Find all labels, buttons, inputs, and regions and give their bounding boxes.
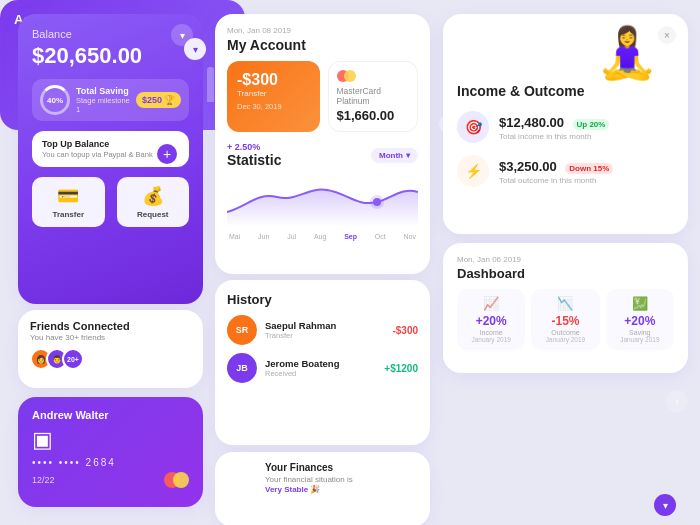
card-number: •••• •••• 2684 bbox=[32, 457, 189, 468]
friends-title: Friends Connected bbox=[30, 320, 191, 332]
friends-card: Friends Connected You have 30+ friends 👩… bbox=[18, 310, 203, 388]
side-payment-card: MasterCard Platinum $1,660.00 bbox=[328, 61, 419, 132]
outcome-icon: ⚡ bbox=[457, 155, 489, 187]
total-saving-subtitle: Stage milestone 1 bbox=[76, 96, 136, 114]
card-expiry: 12/22 bbox=[32, 475, 55, 485]
mastercard-side-logo bbox=[337, 70, 410, 82]
income-item: 🎯 $12,480.00 Up 20% Total income in this… bbox=[457, 111, 674, 143]
transfer-icon: 💳 bbox=[36, 185, 101, 207]
income-amount: $12,480.00 bbox=[499, 115, 564, 130]
outcome-sub: Total outcome in this month bbox=[499, 176, 613, 185]
outcome-stat-pct: -15% bbox=[537, 314, 593, 328]
month-filter-button[interactable]: Month ▾ bbox=[371, 148, 418, 163]
income-stat-date: January 2019 bbox=[463, 336, 519, 343]
dashboard-title: Dashboard bbox=[457, 266, 674, 281]
statistic-chart bbox=[227, 172, 418, 227]
income-sub: Total income in this month bbox=[499, 132, 609, 141]
saving-amount: $250 🏆 bbox=[136, 92, 181, 108]
request-label: Request bbox=[121, 210, 186, 219]
avatar-stack: 👩 👨 20+ bbox=[30, 348, 84, 370]
history-item-1: JB Jerome Boateng Received +$1200 bbox=[227, 353, 418, 383]
account-card: Mon, Jan 08 2019 My Account ▾ -$300 Tran… bbox=[215, 14, 430, 274]
income-icon: 🎯 bbox=[457, 111, 489, 143]
outcome-stat-label: Outcome bbox=[537, 329, 593, 336]
history-type-1: Received bbox=[265, 369, 376, 378]
income-outcome-title: Income & Outcome bbox=[457, 83, 674, 99]
total-saving-title: Total Saving bbox=[76, 86, 136, 96]
stat-percent: + 2.50% bbox=[227, 142, 281, 152]
income-stat-icon: 📈 bbox=[463, 296, 519, 311]
dashboard-saving-stat: 💹 +20% Saving January 2019 bbox=[606, 289, 674, 350]
dashboard-dropdown[interactable]: ▾ bbox=[654, 494, 676, 516]
finances-title: Your Finances bbox=[265, 462, 418, 473]
dashboard-income-stat: 📈 +20% Income January 2019 bbox=[457, 289, 525, 350]
income-badge: Up 20% bbox=[573, 119, 610, 130]
finances-status: Very Stable 🎉 bbox=[265, 485, 418, 494]
balance-label: Balance bbox=[32, 28, 189, 40]
side-card-amount: $1,660.00 bbox=[337, 108, 410, 123]
finances-subtitle: Your financial situation is bbox=[265, 475, 418, 484]
history-amount-1: +$1200 bbox=[384, 363, 418, 374]
account-date: Mon, Jan 08 2019 bbox=[227, 26, 418, 35]
history-card: History SR Saepul Rahman Transfer -$300 … bbox=[215, 280, 430, 445]
outcome-stat-icon: 📉 bbox=[537, 296, 593, 311]
request-action[interactable]: 💰 Request bbox=[117, 177, 190, 227]
svg-point-1 bbox=[370, 195, 384, 209]
dashboard-outcome-stat: 📉 -15% Outcome January 2019 bbox=[531, 289, 599, 350]
transfer-action[interactable]: 💳 Transfer bbox=[32, 177, 105, 227]
history-title: History bbox=[227, 292, 418, 307]
topup-plus-button[interactable]: + bbox=[157, 144, 177, 164]
mastercard-logo bbox=[164, 472, 189, 488]
history-type-0: Transfer bbox=[265, 331, 384, 340]
outcome-stat-date: January 2019 bbox=[537, 336, 593, 343]
history-item-0: SR Saepul Rahman Transfer -$300 bbox=[227, 315, 418, 345]
request-icon: 💰 bbox=[121, 185, 186, 207]
transfer-label: Transfer bbox=[36, 210, 101, 219]
saving-stat-date: January 2019 bbox=[612, 336, 668, 343]
outcome-badge: Down 15% bbox=[565, 163, 613, 174]
chip-icon: ▣ bbox=[32, 427, 189, 453]
income-stat-label: Income bbox=[463, 329, 519, 336]
income-stat-pct: +20% bbox=[463, 314, 519, 328]
saving-circle-icon: 40% bbox=[40, 85, 70, 115]
transfer-date: Dec 30, 2019 bbox=[237, 102, 310, 111]
close-button[interactable]: × bbox=[658, 26, 676, 44]
account-dropdown[interactable]: ▾ bbox=[184, 38, 206, 60]
saving-stat-pct: +20% bbox=[612, 314, 668, 328]
income-outcome-card: × 🧘‍♀️ Income & Outcome 🎯 $12,480.00 Up … bbox=[443, 14, 688, 234]
outcome-item: ⚡ $3,250.00 Down 15% Total outcome in th… bbox=[457, 155, 674, 187]
transfer-label: Transfer bbox=[237, 89, 310, 98]
history-name-0: Saepul Rahman bbox=[265, 320, 384, 331]
stat-title: Statistic bbox=[227, 152, 281, 168]
history-avatar-0: SR bbox=[227, 315, 257, 345]
saving-stat-icon: 💹 bbox=[612, 296, 668, 311]
history-name-1: Jerome Boateng bbox=[265, 358, 376, 369]
dashboard-card: Mon, Jan 06 2019 Dashboard ▾ 📈 +20% Inco… bbox=[443, 243, 688, 373]
main-payment-card: -$300 Transfer Dec 30, 2019 bbox=[227, 61, 320, 132]
finances-card: × 💰 Your Finances Your financial situati… bbox=[215, 452, 430, 525]
history-avatar-1: JB bbox=[227, 353, 257, 383]
dashboard-date: Mon, Jan 06 2019 bbox=[457, 255, 674, 264]
transfer-amount: -$300 bbox=[237, 71, 310, 89]
side-card-type: MasterCard Platinum bbox=[337, 86, 410, 106]
friends-sub: You have 30+ friends bbox=[30, 333, 191, 342]
illustration-icon: 🧘‍♀️ bbox=[596, 28, 658, 78]
account-title: My Account bbox=[227, 37, 418, 53]
card-holder-name: Andrew Walter bbox=[32, 409, 189, 421]
history-amount-0: -$300 bbox=[392, 325, 418, 336]
credit-card: Andrew Walter ✓ $ ▣ •••• •••• 2684 12/22 bbox=[18, 397, 203, 507]
balance-card: Balance $20,650.00 ▾ 40% Total Saving St… bbox=[18, 14, 203, 304]
avatar-more: 20+ bbox=[62, 348, 84, 370]
balance-amount: $20,650.00 bbox=[32, 43, 189, 69]
outcome-amount: $3,250.00 bbox=[499, 159, 557, 174]
chart-month-labels: MaiJunJulAug SepOctNov bbox=[227, 233, 418, 240]
bar-purple-5 bbox=[207, 67, 214, 102]
saving-stat-label: Saving bbox=[612, 329, 668, 336]
